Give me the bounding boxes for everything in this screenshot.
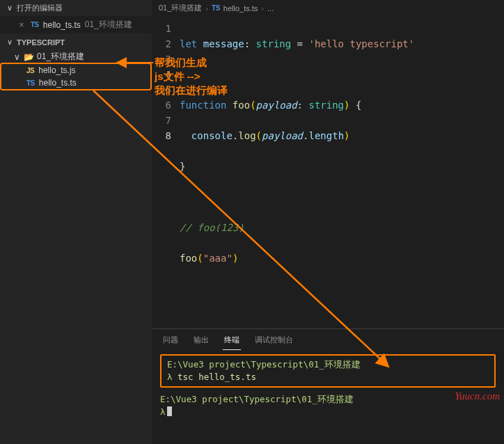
prompt-icon: λ bbox=[167, 372, 173, 382]
terminal-path: E:\Vue3 project\Typescript\01_环境搭建 bbox=[160, 394, 354, 404]
open-editor-item[interactable]: × TS hello_ts.ts 01_环境搭建 bbox=[0, 16, 152, 33]
terminal-path: E:\Vue3 project\Typescript\01_环境搭建 bbox=[167, 359, 361, 370]
bottom-panel: 问题 输出 终端 调试控制台 E:\Vue3 project\Typescrip… bbox=[152, 328, 504, 444]
ts-icon: TS bbox=[26, 79, 35, 87]
code-editor[interactable]: 1 2 3 4 5 6 7 8 let message: string = 'h… bbox=[152, 17, 504, 328]
tab-terminal[interactable]: 终端 bbox=[223, 333, 241, 350]
breadcrumb[interactable]: 01_环境搭建 › TS hello_ts.ts › ... bbox=[152, 0, 504, 17]
ts-icon: TS bbox=[212, 4, 220, 12]
folder-icon: 📂 bbox=[24, 52, 34, 62]
ts-icon: TS bbox=[31, 21, 39, 29]
folder-name: 01_环境搭建 bbox=[37, 51, 84, 63]
file-name: hello_ts.js bbox=[38, 65, 75, 75]
chevron-right-icon: › bbox=[261, 4, 264, 13]
tab-debug-console[interactable]: 调试控制台 bbox=[253, 333, 294, 350]
chevron-down-icon: ∨ bbox=[6, 38, 14, 47]
file-group-highlight: JS hello_ts.js TS hello_ts.ts bbox=[1, 64, 150, 89]
open-editors-label: 打开的编辑器 bbox=[17, 3, 63, 13]
open-editors-header[interactable]: ∨ 打开的编辑器 bbox=[0, 0, 152, 16]
code-body[interactable]: let message: string = 'hello typescript'… bbox=[180, 21, 504, 324]
prompt-icon: λ bbox=[160, 406, 166, 417]
js-icon: JS bbox=[26, 67, 34, 74]
breadcrumb-more[interactable]: ... bbox=[267, 4, 274, 13]
chevron-right-icon: › bbox=[205, 4, 208, 13]
main-area: 01_环境搭建 › TS hello_ts.ts › ... 1 2 3 4 5… bbox=[152, 0, 504, 444]
explorer-header[interactable]: ∨ TYPESCRIPT bbox=[0, 35, 152, 49]
chevron-down-icon: ∨ bbox=[13, 52, 21, 62]
open-file-folder: 01_环境搭建 bbox=[85, 19, 132, 31]
terminal[interactable]: E:\Vue3 project\Typescript\01_环境搭建 λ tsc… bbox=[152, 350, 504, 424]
folder-item[interactable]: ∨ 📂 01_环境搭建 bbox=[0, 49, 152, 64]
sidebar: ∨ 打开的编辑器 × TS hello_ts.ts 01_环境搭建 ∨ TYPE… bbox=[0, 0, 152, 444]
breadcrumb-file[interactable]: hello_ts.ts bbox=[223, 4, 258, 13]
breadcrumb-folder[interactable]: 01_环境搭建 bbox=[159, 3, 202, 13]
project-label: TYPESCRIPT bbox=[17, 38, 65, 47]
line-gutter: 1 2 3 4 5 6 7 8 bbox=[152, 21, 180, 324]
terminal-command: tsc hello_ts.ts bbox=[178, 372, 256, 382]
file-name: hello_ts.ts bbox=[39, 78, 77, 88]
chevron-down-icon: ∨ bbox=[6, 3, 14, 13]
tab-output[interactable]: 输出 bbox=[192, 333, 210, 350]
close-icon[interactable]: × bbox=[17, 20, 26, 30]
open-file-name: hello_ts.ts bbox=[43, 20, 81, 30]
terminal-highlight: E:\Vue3 project\Typescript\01_环境搭建 λ tsc… bbox=[160, 354, 496, 388]
file-item-ts[interactable]: TS hello_ts.ts bbox=[1, 77, 150, 89]
file-item-js[interactable]: JS hello_ts.js bbox=[1, 64, 150, 77]
panel-tabs: 问题 输出 终端 调试控制台 bbox=[152, 329, 504, 350]
tab-problems[interactable]: 问题 bbox=[162, 333, 180, 350]
terminal-cursor bbox=[167, 406, 172, 416]
